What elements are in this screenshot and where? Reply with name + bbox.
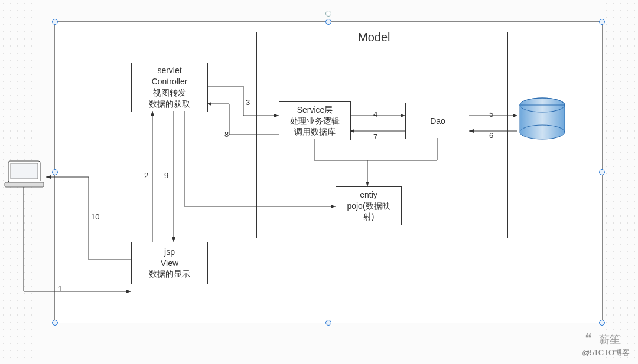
entity-l3: 射) [363,211,375,222]
edge-label-2: 2 [144,171,148,180]
edge-label-7: 7 [373,132,377,141]
dao-l1: Dao [430,116,445,127]
resize-handle[interactable] [52,19,58,25]
watermark-logo-icon: ❝ [585,331,592,346]
edge-label-6: 6 [489,131,493,140]
service-l3: 调用数据库 [294,126,336,137]
entity-box[interactable]: entiy pojo(数据映 射) [336,186,402,225]
resize-handle[interactable] [52,169,58,175]
rotate-handle[interactable] [325,11,331,17]
view-l2: View [161,258,178,269]
watermark-site: @51CTO博客 [582,347,630,358]
resize-handle[interactable] [599,19,605,25]
edge-label-4: 4 [373,110,377,119]
service-l1: Service层 [297,104,333,116]
controller-l2: Controller [152,76,188,87]
resize-handle[interactable] [325,19,331,25]
edge-label-8: 8 [224,130,229,139]
view-l1: jsp [164,247,175,258]
service-l2: 处理业务逻辑 [290,116,340,127]
ruler-right [603,0,638,364]
model-title: Model [354,31,393,44]
dao-box[interactable]: Dao [405,103,470,139]
service-box[interactable]: Service层 处理业务逻辑 调用数据库 [279,101,351,140]
controller-box[interactable]: servlet Controller 视图转发 数据的获取 [131,63,208,112]
watermark-name: 薪笙 [599,332,620,346]
diagram-canvas: Model servlet Controller 视图转发 数据的获取 Serv… [0,0,638,364]
edge-label-9: 9 [164,171,168,180]
entity-l2: pojo(数据映 [347,201,390,212]
resize-handle[interactable] [599,320,605,326]
entity-l1: entiy [360,189,377,201]
view-l3: 数据的显示 [149,268,190,280]
controller-l3: 视图转发 [153,87,186,99]
controller-l1: servlet [157,65,181,76]
resize-handle[interactable] [599,169,605,175]
resize-handle[interactable] [52,320,58,326]
ruler-left [0,0,33,364]
edge-label-1: 1 [58,284,62,293]
edge-label-10: 10 [91,212,99,221]
view-box[interactable]: jsp View 数据的显示 [131,242,208,284]
edge-label-3: 3 [246,98,250,107]
controller-l4: 数据的获取 [149,99,190,110]
edge-label-5: 5 [489,110,493,119]
resize-handle[interactable] [325,320,331,326]
